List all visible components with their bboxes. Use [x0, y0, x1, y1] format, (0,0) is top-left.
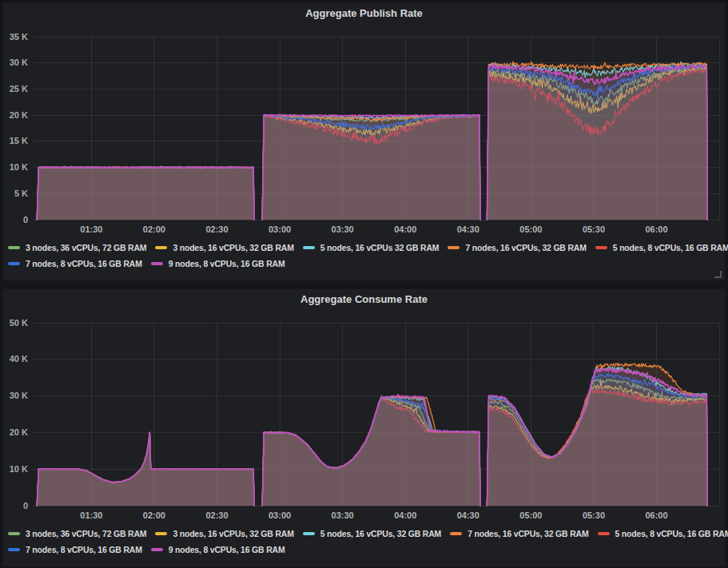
x-tick-label: 02:00 [143, 510, 165, 520]
legend-item-label: 3 nodes, 16 vCPUs, 32 GB RAM [173, 529, 293, 538]
x-tick-label: 01:30 [80, 224, 102, 234]
legend-item[interactable]: 7 nodes, 16 vCPUs, 32 GB RAM [448, 243, 586, 252]
y-tick-label: 10 K [10, 162, 28, 172]
legend-color-swatch-icon [8, 548, 20, 551]
x-tick-label: 04:30 [457, 224, 479, 234]
legend-color-swatch-icon [151, 262, 163, 265]
legend-color-swatch-icon [8, 532, 20, 535]
legend-color-swatch-icon [595, 246, 607, 249]
y-tick-label: 5 K [14, 189, 28, 198]
legend-item-label: 7 nodes, 16 vCPUs, 32 GB RAM [467, 529, 588, 538]
panel-resize-handle-icon[interactable] [714, 271, 722, 278]
x-tick-label: 04:30 [457, 510, 479, 520]
x-tick-label: 03:00 [269, 224, 291, 234]
legend-row: 3 nodes, 36 vCPUs, 72 GB RAM3 nodes, 16 … [8, 240, 723, 256]
x-tick-label: 06:00 [645, 510, 667, 520]
legend-row: 7 nodes, 8 vCPUs, 16 GB RAM9 nodes, 8 vC… [8, 542, 723, 558]
x-tick-label: 04:00 [394, 510, 416, 520]
legend-color-swatch-icon [151, 548, 163, 551]
legend-item[interactable]: 7 nodes, 8 vCPUs, 16 GB RAM [8, 259, 142, 268]
legend-color-swatch-icon [448, 246, 459, 249]
legend-item-label: 5 nodes, 16 vCPUs, 32 GB RAM [320, 529, 441, 538]
legend-color-swatch-icon [8, 246, 20, 249]
legend-item-label: 5 nodes, 16 vCPUs 32 GB RAM [320, 243, 440, 252]
legend-color-swatch-icon [155, 532, 167, 535]
y-tick-label: 20 K [10, 427, 28, 437]
panel-title[interactable]: Aggregate Publish Rate [3, 6, 725, 22]
y-tick-label: 0 [23, 501, 28, 510]
series-area-fill [37, 166, 254, 220]
grafana-dashboard: 05 K10 K15 K20 K25 K30 K35 K01:3002:0002… [0, 0, 728, 568]
x-tick-label: 02:30 [205, 510, 228, 520]
legend-item-label: 7 nodes, 8 vCPUs, 16 GB RAM [26, 545, 142, 554]
x-tick-label: 03:30 [332, 224, 354, 234]
legend-item[interactable]: 5 nodes, 8 vCPUs, 16 GB RAM [595, 243, 728, 252]
y-tick-label: 25 K [10, 84, 28, 93]
x-tick-label: 05:30 [583, 510, 605, 520]
legend-item-label: 5 nodes, 8 vCPUs, 16 GB RAM [615, 529, 728, 538]
x-tick-label: 04:00 [394, 224, 416, 234]
legend-item[interactable]: 5 nodes, 16 vCPUs, 32 GB RAM [303, 529, 441, 538]
x-tick-label: 05:00 [519, 510, 542, 520]
legend-color-swatch-icon [8, 262, 20, 265]
legend-item-label: 9 nodes, 8 vCPUs, 16 GB RAM [169, 259, 285, 268]
y-tick-label: 20 K [10, 110, 28, 120]
series-area-fill [262, 395, 480, 506]
legend-item[interactable]: 5 nodes, 8 vCPUs, 16 GB RAM [598, 529, 728, 538]
legend-item[interactable]: 9 nodes, 8 vCPUs, 16 GB RAM [151, 259, 285, 268]
legend-item[interactable]: 9 nodes, 8 vCPUs, 16 GB RAM [151, 545, 285, 554]
x-tick-label: 03:30 [332, 510, 354, 520]
panel-title[interactable]: Aggregate Consume Rate [3, 292, 725, 308]
y-tick-label: 0 [23, 215, 28, 224]
y-tick-label: 10 K [10, 464, 28, 474]
y-tick-label: 15 K [10, 136, 28, 145]
legend-item[interactable]: 7 nodes, 16 vCPUs, 32 GB RAM [450, 529, 588, 538]
x-tick-label: 03:00 [269, 510, 291, 520]
x-tick-label: 02:00 [143, 224, 165, 234]
legend-item[interactable]: 3 nodes, 16 vCPUs, 32 GB RAM [155, 243, 293, 252]
x-tick-label: 05:30 [583, 224, 605, 234]
legend-item-label: 5 nodes, 8 vCPUs, 16 GB RAM [613, 243, 728, 252]
x-tick-label: 06:00 [645, 224, 667, 234]
publish-rate-chart-canvas[interactable]: 05 K10 K15 K20 K25 K30 K35 K01:3002:0002… [3, 3, 725, 280]
y-tick-label: 40 K [10, 354, 28, 363]
legend-item-label: 3 nodes, 36 vCPUs, 72 GB RAM [26, 529, 146, 538]
legend-color-swatch-icon [450, 532, 462, 535]
legend-row: 3 nodes, 36 vCPUs, 72 GB RAM3 nodes, 16 … [8, 526, 723, 542]
legend: 3 nodes, 36 vCPUs, 72 GB RAM3 nodes, 16 … [8, 240, 723, 272]
legend-item-label: 7 nodes, 8 vCPUs, 16 GB RAM [26, 259, 142, 268]
legend-item[interactable]: 3 nodes, 36 vCPUs, 72 GB RAM [8, 529, 146, 538]
y-tick-label: 30 K [10, 391, 28, 400]
y-tick-label: 30 K [10, 58, 28, 67]
legend-item-label: 3 nodes, 36 vCPUs, 72 GB RAM [26, 243, 146, 252]
y-tick-label: 50 K [10, 318, 28, 328]
x-tick-label: 01:30 [80, 510, 102, 520]
legend-color-swatch-icon [598, 532, 610, 535]
legend-item[interactable]: 5 nodes, 16 vCPUs 32 GB RAM [303, 243, 440, 252]
consume-rate-chart-canvas[interactable]: 010 K20 K30 K40 K50 K01:3002:0002:3003:0… [3, 289, 725, 566]
x-tick-label: 05:00 [519, 224, 542, 234]
legend-item[interactable]: 3 nodes, 16 vCPUs, 32 GB RAM [155, 529, 293, 538]
y-tick-label: 35 K [10, 32, 28, 42]
legend-item[interactable]: 3 nodes, 36 vCPUs, 72 GB RAM [8, 243, 146, 252]
x-tick-label: 02:30 [205, 224, 228, 234]
legend-item-label: 7 nodes, 16 vCPUs, 32 GB RAM [465, 243, 586, 252]
series-area-fill [487, 63, 707, 220]
legend-item-label: 9 nodes, 8 vCPUs, 16 GB RAM [169, 545, 285, 554]
legend: 3 nodes, 36 vCPUs, 72 GB RAM3 nodes, 16 … [8, 526, 723, 558]
legend-color-swatch-icon [155, 246, 167, 249]
legend-row: 7 nodes, 8 vCPUs, 16 GB RAM9 nodes, 8 vC… [8, 256, 723, 272]
panel-aggregate-consume-rate: 010 K20 K30 K40 K50 K01:3002:0002:3003:0… [2, 288, 726, 567]
panel-aggregate-publish-rate: 05 K10 K15 K20 K25 K30 K35 K01:3002:0002… [2, 2, 726, 281]
legend-color-swatch-icon [303, 532, 315, 535]
legend-color-swatch-icon [303, 246, 315, 249]
series-area-fill [262, 115, 480, 220]
legend-item[interactable]: 7 nodes, 8 vCPUs, 16 GB RAM [8, 545, 142, 554]
legend-item-label: 3 nodes, 16 vCPUs, 32 GB RAM [173, 243, 293, 252]
